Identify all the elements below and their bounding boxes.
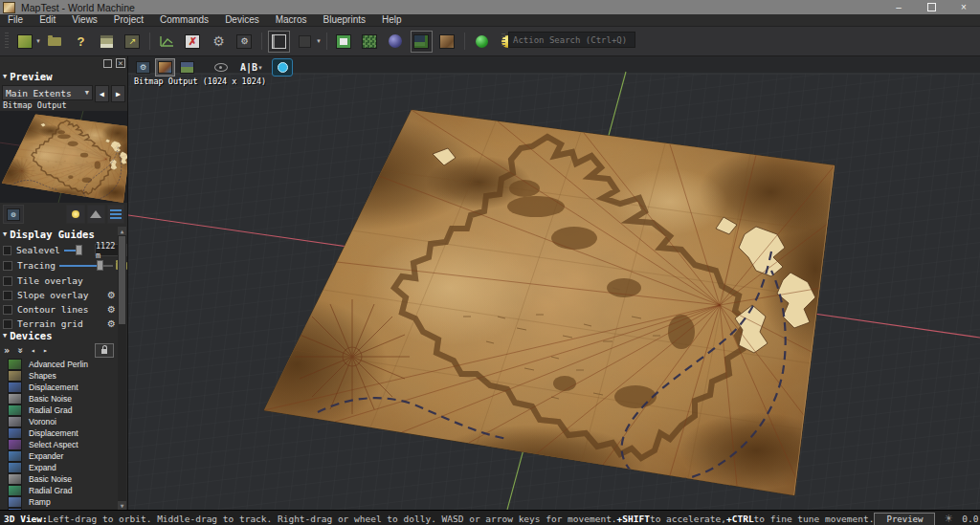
search-grip bbox=[501, 33, 505, 47]
red-x-icon: ✗ bbox=[185, 34, 200, 49]
project-wizard-button[interactable]: ? bbox=[70, 31, 92, 53]
contour-lines-checkbox[interactable] bbox=[3, 305, 12, 315]
expand-all-button[interactable]: » bbox=[4, 345, 10, 356]
preview-mode-button[interactable]: Preview bbox=[874, 513, 935, 525]
scene-3d[interactable] bbox=[128, 56, 980, 510]
device-row[interactable]: Displacement bbox=[0, 427, 127, 439]
device-row[interactable]: Basic Noise bbox=[0, 473, 127, 485]
panel-float-icon[interactable] bbox=[103, 59, 112, 68]
device-row[interactable]: Multiply bbox=[0, 508, 127, 510]
visibility-button[interactable] bbox=[211, 58, 231, 77]
device-select-button[interactable]: ⚙ bbox=[3, 205, 24, 224]
toolbar-separator bbox=[326, 33, 327, 50]
lighting-toggle-button[interactable] bbox=[66, 205, 85, 224]
sealevel-slider-thumb[interactable] bbox=[76, 245, 82, 255]
device-row[interactable]: Displacement bbox=[0, 382, 127, 393]
menu-blueprints[interactable]: Blueprints bbox=[323, 14, 366, 26]
device-row[interactable]: Expander bbox=[0, 450, 127, 462]
preview-tools-row: ⚙ bbox=[0, 205, 127, 224]
contour-lines-gear-icon[interactable]: ⚙ bbox=[107, 305, 116, 315]
preview-section-header[interactable]: ▼ Preview bbox=[0, 71, 127, 82]
close-button[interactable]: × bbox=[947, 0, 980, 14]
menu-devices[interactable]: Devices bbox=[225, 14, 259, 26]
ab-dropdown-icon[interactable]: ▼ bbox=[257, 65, 263, 71]
device-row[interactable]: Advanced Perlin bbox=[0, 359, 127, 370]
menu-edit[interactable]: Edit bbox=[39, 14, 56, 26]
menu-commands[interactable]: Commands bbox=[160, 14, 209, 26]
menu-macros[interactable]: Macros bbox=[276, 14, 307, 26]
preview-output-label: Bitmap Output bbox=[3, 100, 127, 110]
title-bar[interactable]: MapTest - World Machine – × bbox=[0, 0, 980, 14]
device-options-button[interactable]: ⚙ bbox=[234, 31, 256, 53]
page-right-button[interactable]: ▸ bbox=[43, 346, 48, 355]
view-3d-button[interactable] bbox=[411, 31, 433, 53]
toolbar-grip[interactable] bbox=[5, 33, 9, 50]
new-world-dropdown[interactable]: ▼ bbox=[35, 38, 41, 44]
menu-project[interactable]: Project bbox=[114, 14, 144, 26]
viewport-3d[interactable]: ⚙ A|B ▼ Bitmap Output (1024 x 1024) bbox=[128, 56, 980, 510]
device-row[interactable]: Basic Noise bbox=[0, 393, 127, 405]
devices-header[interactable]: ▼ Devices bbox=[0, 330, 127, 341]
terrain-grid-gear-icon[interactable]: ⚙ bbox=[107, 319, 116, 329]
page-left-button[interactable]: ◂ bbox=[31, 346, 35, 355]
slope-overlay-checkbox[interactable] bbox=[3, 291, 12, 300]
action-search-input[interactable] bbox=[508, 32, 635, 48]
device-row[interactable]: Expand bbox=[0, 462, 127, 473]
save-world-button[interactable] bbox=[96, 31, 118, 53]
device-disable-button[interactable]: ✗ bbox=[182, 31, 204, 53]
ab-compare-label[interactable]: A|B bbox=[240, 62, 257, 73]
minimize-button[interactable]: – bbox=[882, 0, 915, 14]
menu-file[interactable]: File bbox=[8, 14, 23, 26]
sealevel-slider[interactable] bbox=[64, 245, 93, 255]
maximize-button[interactable] bbox=[915, 0, 947, 14]
terrain-texture-button[interactable] bbox=[177, 58, 197, 77]
scroll-down-button[interactable]: ▼ bbox=[118, 501, 126, 510]
texture-map-toggle-button[interactable] bbox=[155, 58, 175, 77]
graph-curve-button[interactable] bbox=[156, 31, 178, 53]
menu-views[interactable]: Views bbox=[72, 14, 98, 26]
tracing-slider[interactable] bbox=[59, 260, 112, 271]
terrain-view-icon bbox=[180, 61, 194, 74]
device-row[interactable]: Ramp bbox=[0, 496, 127, 508]
camera-button[interactable] bbox=[272, 58, 293, 77]
save-icon bbox=[100, 34, 114, 49]
viewport-toolbar: ⚙ A|B ▼ bbox=[133, 58, 293, 77]
slope-overlay-gear-icon[interactable]: ⚙ bbox=[107, 291, 116, 300]
lock-button[interactable] bbox=[95, 343, 114, 358]
device-row[interactable]: Shapes bbox=[0, 370, 127, 382]
tracing-slider-thumb[interactable] bbox=[97, 260, 103, 271]
terrain-display-button[interactable] bbox=[87, 205, 104, 224]
scroll-up-button[interactable]: ▲ bbox=[118, 227, 126, 235]
extents-dropdown[interactable]: Main Extents ▼ bbox=[2, 85, 93, 100]
panel-close-icon[interactable]: × bbox=[116, 58, 125, 68]
device-row[interactable]: Voronoi bbox=[0, 416, 127, 427]
build-button[interactable] bbox=[471, 31, 493, 53]
split-view-layout-button[interactable] bbox=[294, 31, 316, 53]
tracing-checkbox[interactable] bbox=[3, 261, 12, 271]
terrain-grid-checkbox[interactable] bbox=[3, 319, 12, 329]
explorer-view-button[interactable] bbox=[385, 31, 407, 53]
device-row[interactable]: Select Aspect bbox=[0, 439, 127, 450]
display-guides-header[interactable]: ▼ Display Guides bbox=[0, 229, 127, 240]
collapse-all-button[interactable]: » bbox=[15, 347, 26, 353]
wizard-icon: ? bbox=[77, 34, 84, 49]
device-row[interactable]: Radial Grad bbox=[0, 485, 127, 496]
single-view-layout-button[interactable] bbox=[268, 31, 290, 53]
world-settings-button[interactable]: ⚙ bbox=[208, 31, 230, 53]
texture-view-button[interactable] bbox=[436, 31, 458, 53]
device-row[interactable]: Radial Grad bbox=[0, 405, 127, 416]
menu-help[interactable]: Help bbox=[382, 14, 402, 26]
scrollbar-thumb[interactable] bbox=[119, 236, 125, 324]
device-workview-button[interactable] bbox=[333, 31, 355, 53]
viewport-device-button[interactable]: ⚙ bbox=[133, 58, 153, 77]
preview-thumbnail[interactable] bbox=[0, 111, 127, 203]
export-terrain-button[interactable]: ↗ bbox=[122, 31, 144, 53]
panel-scrollbar[interactable]: ▲ ▼ bbox=[118, 227, 126, 510]
tiled-build-view-button[interactable] bbox=[359, 31, 381, 53]
new-world-button[interactable] bbox=[13, 31, 35, 53]
layout-dropdown[interactable]: ▼ bbox=[316, 38, 322, 44]
tile-overlay-checkbox[interactable] bbox=[3, 276, 12, 286]
open-world-button[interactable] bbox=[44, 31, 66, 53]
sealevel-checkbox[interactable] bbox=[3, 246, 11, 255]
water-display-button[interactable] bbox=[107, 205, 124, 224]
